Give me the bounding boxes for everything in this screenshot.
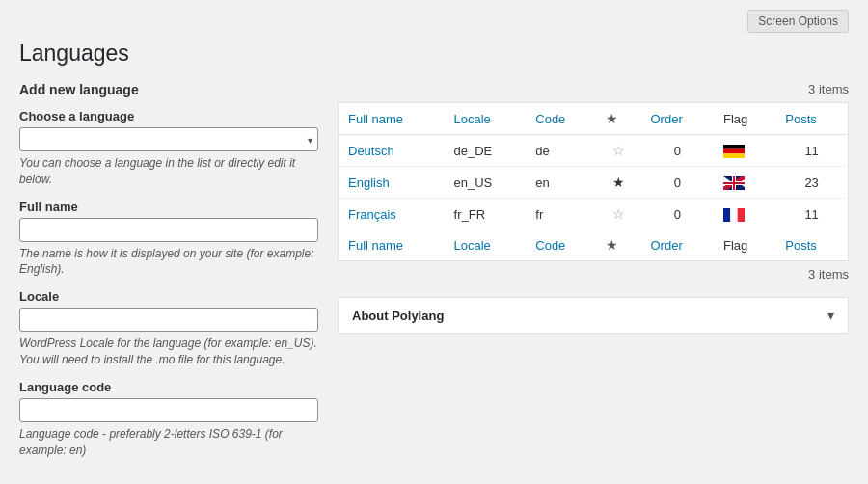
svg-rect-14	[738, 208, 745, 222]
svg-rect-1	[723, 148, 745, 153]
svg-rect-13	[730, 208, 737, 222]
choose-language-select-wrapper: ▾	[19, 127, 318, 151]
col-footer-locale: Locale	[445, 229, 527, 261]
lang-name-link[interactable]: English	[348, 175, 390, 190]
col-locale-link[interactable]: Locale	[454, 112, 491, 126]
languages-table: Full name Locale Code ★ Order	[338, 102, 849, 261]
page-title: Languages	[19, 40, 849, 67]
page-wrapper: Screen Options Languages Add new languag…	[0, 0, 868, 484]
cell-flag	[714, 135, 775, 167]
full-name-label: Full name	[19, 200, 318, 214]
star-icon: ☆	[612, 143, 625, 158]
locale-hint: WordPress Locale for the language (for e…	[19, 336, 318, 368]
choose-language-label: Choose a language	[19, 109, 318, 123]
language-code-label: Language code	[19, 380, 318, 394]
svg-rect-11	[723, 182, 745, 184]
col-footer-code: Code	[526, 229, 595, 261]
svg-rect-12	[723, 208, 730, 222]
locale-group: Locale WordPress Locale for the language…	[19, 289, 318, 368]
full-name-input[interactable]	[19, 218, 318, 242]
full-name-group: Full name The name is how it is displaye…	[19, 200, 318, 279]
about-section: About Polylang ▾	[338, 297, 849, 334]
col-footer-full-name: Full name	[339, 229, 445, 261]
cell-code: en	[526, 167, 595, 199]
about-arrow-icon: ▾	[827, 308, 834, 323]
col-footer-order-link[interactable]: Order	[651, 238, 683, 253]
col-header-code: Code	[526, 103, 595, 135]
right-panel: 3 items Full name Locale Code	[338, 82, 849, 334]
cell-posts: 11	[775, 199, 848, 230]
cell-locale: en_US	[445, 167, 527, 199]
col-footer-posts-link[interactable]: Posts	[785, 238, 817, 253]
lang-name-link[interactable]: Deutsch	[348, 144, 394, 158]
cell-code: fr	[526, 199, 595, 230]
language-code-group: Language code Language code - preferably…	[19, 380, 318, 459]
col-footer-posts: Posts	[775, 229, 848, 261]
cell-locale: de_DE	[445, 135, 527, 167]
col-footer-full-name-link[interactable]: Full name	[348, 238, 403, 253]
choose-language-select[interactable]	[19, 127, 318, 151]
col-footer-code-link[interactable]: Code	[535, 238, 565, 253]
col-code-link[interactable]: Code	[535, 112, 565, 126]
cell-flag	[714, 167, 775, 199]
lang-name-link[interactable]: Français	[348, 207, 396, 222]
cell-order: 0	[641, 167, 715, 199]
table-footer-row: Full name Locale Code ★ Order	[339, 229, 849, 261]
cell-order: 0	[641, 135, 715, 167]
cell-order: 0	[641, 199, 715, 230]
add-new-title: Add new language	[19, 82, 318, 97]
screen-options-bar: Screen Options	[19, 10, 849, 33]
table-row: Deutsch de_DE de ☆ 0 11	[339, 135, 849, 167]
star-icon: ★	[612, 175, 625, 190]
cell-star: ☆	[596, 135, 641, 167]
cell-star: ★	[596, 167, 641, 199]
col-header-locale: Locale	[445, 103, 527, 135]
cell-locale: fr_FR	[445, 199, 527, 230]
col-footer-flag: Flag	[714, 229, 775, 261]
cell-full-name: Deutsch	[339, 135, 445, 167]
col-order-link[interactable]: Order	[651, 112, 683, 126]
star-icon: ☆	[612, 206, 625, 222]
table-row: English en_US en ★ 0 23	[339, 167, 849, 199]
col-footer-star: ★	[596, 229, 641, 261]
col-header-star: ★	[596, 103, 641, 135]
items-count-bottom: 3 items	[338, 267, 849, 282]
cell-posts: 11	[775, 135, 848, 167]
table-header-row: Full name Locale Code ★ Order	[339, 103, 849, 135]
cell-code: de	[526, 135, 595, 167]
star-footer-icon: ★	[606, 237, 618, 253]
col-header-full-name: Full name	[339, 103, 445, 135]
locale-input[interactable]	[19, 308, 318, 332]
choose-language-group: Choose a language ▾ You can choose a lan…	[19, 109, 318, 188]
col-full-name-link[interactable]: Full name	[348, 112, 403, 126]
cell-full-name: English	[339, 167, 445, 199]
screen-options-button[interactable]: Screen Options	[747, 10, 849, 33]
cell-posts: 23	[775, 167, 848, 199]
items-count-top: 3 items	[338, 82, 849, 96]
locale-label: Locale	[19, 289, 318, 304]
full-name-hint: The name is how it is displayed on your …	[19, 246, 318, 279]
table-row: Français fr_FR fr ☆ 0 11	[339, 199, 849, 230]
svg-rect-0	[723, 145, 745, 149]
about-header[interactable]: About Polylang ▾	[339, 298, 848, 333]
cell-flag	[714, 199, 775, 230]
cell-full-name: Français	[339, 199, 445, 230]
col-header-flag: Flag	[714, 103, 775, 135]
choose-language-hint: You can choose a language in the list or…	[19, 155, 318, 188]
col-header-order: Order	[641, 103, 715, 135]
left-panel: Add new language Choose a language ▾ You…	[19, 82, 318, 470]
col-footer-locale-link[interactable]: Locale	[454, 238, 491, 253]
table-body: Deutsch de_DE de ☆ 0 11 English en_US en…	[339, 135, 849, 230]
language-code-hint: Language code - preferably 2-letters ISO…	[19, 426, 318, 459]
star-header-icon: ★	[606, 111, 618, 126]
content-layout: Add new language Choose a language ▾ You…	[19, 82, 849, 470]
col-posts-link[interactable]: Posts	[785, 112, 817, 126]
cell-star: ☆	[596, 199, 641, 230]
col-header-posts: Posts	[775, 103, 848, 135]
col-footer-order: Order	[641, 229, 715, 261]
language-code-input[interactable]	[19, 398, 318, 422]
svg-rect-2	[723, 153, 745, 158]
about-title: About Polylang	[352, 309, 444, 323]
